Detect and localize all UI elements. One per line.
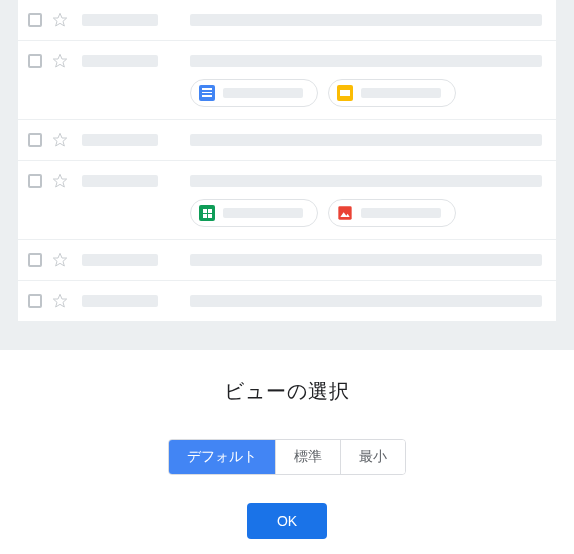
checkbox[interactable] [28,13,42,27]
attachment-chip[interactable] [328,79,456,107]
ok-button[interactable]: OK [247,503,327,539]
attachment-name-placeholder [361,88,441,98]
image-icon [337,205,353,221]
attachment-name-placeholder [223,208,303,218]
svg-marker-1 [53,54,66,67]
checkbox[interactable] [28,294,42,308]
attachment-chip[interactable] [190,79,318,107]
density-option-default[interactable]: デフォルト [169,440,276,474]
email-list-preview [0,0,574,350]
svg-marker-6 [53,253,66,266]
svg-marker-0 [53,13,66,26]
star-icon[interactable] [52,53,68,69]
svg-marker-7 [53,294,66,307]
svg-marker-3 [53,174,66,187]
star-icon[interactable] [52,12,68,28]
checkbox[interactable] [28,133,42,147]
list-row [18,161,556,240]
star-icon[interactable] [52,252,68,268]
svg-marker-2 [53,133,66,146]
sender-placeholder [82,55,158,67]
star-icon[interactable] [52,293,68,309]
density-option-compact[interactable]: 最小 [341,440,405,474]
star-icon[interactable] [52,173,68,189]
subject-placeholder [190,175,542,187]
subject-placeholder [190,134,542,146]
checkbox[interactable] [28,174,42,188]
attachment-name-placeholder [361,208,441,218]
checkbox[interactable] [28,54,42,68]
density-segmented-control: デフォルト 標準 最小 [168,439,406,475]
sender-placeholder [82,254,158,266]
subject-placeholder [190,295,542,307]
attachment-name-placeholder [223,88,303,98]
sender-placeholder [82,14,158,26]
view-selection-panel: ビューの選択 デフォルト 標準 最小 OK [0,350,574,554]
sheets-icon [199,205,215,221]
slides-icon [337,85,353,101]
dialog-title: ビューの選択 [224,378,350,405]
sender-placeholder [82,175,158,187]
list-row [18,240,556,281]
subject-placeholder [190,55,542,67]
list-row [18,41,556,120]
checkbox[interactable] [28,253,42,267]
star-icon[interactable] [52,132,68,148]
density-option-standard[interactable]: 標準 [276,440,341,474]
sender-placeholder [82,134,158,146]
docs-icon [199,85,215,101]
list-row [18,120,556,161]
sender-placeholder [82,295,158,307]
attachment-chip[interactable] [190,199,318,227]
subject-placeholder [190,14,542,26]
subject-placeholder [190,254,542,266]
attachment-chip[interactable] [328,199,456,227]
svg-rect-4 [338,206,351,219]
list-row [18,0,556,41]
list-row [18,281,556,321]
